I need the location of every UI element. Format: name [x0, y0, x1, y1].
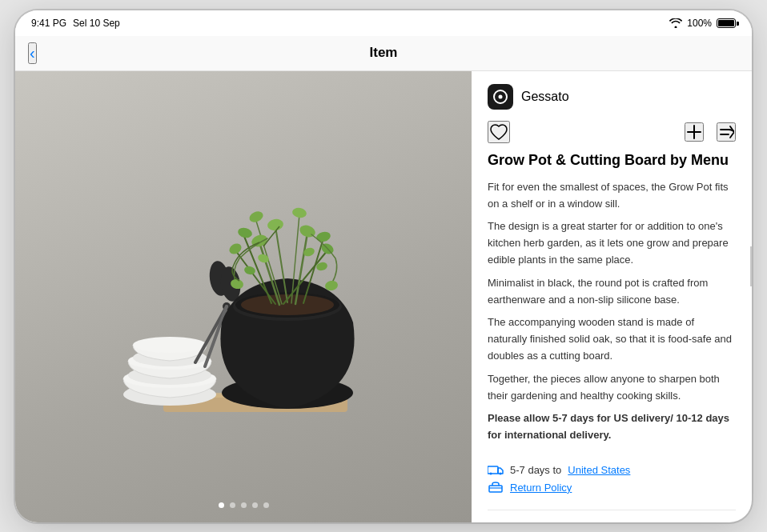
svg-rect-48	[489, 486, 502, 492]
date-display: Sel 10 Sep	[73, 18, 120, 29]
svg-point-28	[267, 218, 284, 231]
share-button[interactable]	[717, 122, 736, 142]
plus-icon	[686, 124, 702, 140]
battery-icon	[717, 18, 736, 28]
battery-label: 100%	[687, 18, 712, 29]
share-icon	[718, 124, 734, 140]
brand-logo	[488, 84, 513, 110]
svg-rect-45	[488, 466, 498, 474]
delivery-note-text: Please allow 5-7 days for US delivery/ 1…	[488, 412, 729, 441]
wifi-icon	[669, 18, 682, 28]
add-icon-button[interactable]	[685, 122, 704, 142]
status-bar: 9:41 PG Sel 10 Sep 100%	[15, 10, 752, 36]
detail-panel: Gessato	[472, 71, 752, 522]
time-display: 9:41 PG	[31, 18, 66, 29]
back-button[interactable]: ‹	[28, 42, 37, 64]
dot-2	[230, 502, 235, 508]
return-icon	[488, 481, 504, 494]
action-row	[488, 121, 736, 143]
delivery-note: Please allow 5-7 days for US delivery/ 1…	[488, 410, 736, 444]
delivery-country-link[interactable]: United States	[568, 464, 630, 476]
pagination-dots	[15, 502, 472, 508]
product-title: Grow Pot & Cutting Board by Menu	[488, 151, 736, 170]
svg-point-42	[499, 94, 503, 98]
gessato-logo-icon	[492, 89, 508, 105]
desc-4: The accompanying wooden stand is made of…	[488, 314, 736, 364]
description-block: Fit for even the smallest of spaces, the…	[488, 179, 736, 444]
svg-point-39	[243, 265, 256, 275]
product-illustration	[51, 146, 436, 498]
favorite-button[interactable]	[488, 121, 510, 143]
image-panel	[15, 71, 472, 522]
truck-icon	[488, 464, 504, 475]
svg-point-7	[133, 337, 207, 353]
main-content: Gessato	[15, 71, 752, 522]
delivery-section: 5-7 days to United States Return Policy	[488, 463, 736, 498]
desc-3: Minimalist in black, the round pot is cr…	[488, 275, 736, 309]
desc-2: The design is a great starter for or add…	[488, 218, 736, 268]
svg-point-37	[257, 252, 271, 263]
return-box-icon	[488, 482, 503, 493]
return-policy-link[interactable]: Return Policy	[510, 482, 572, 494]
svg-point-46	[490, 473, 492, 475]
delivery-row: 5-7 days to United States	[488, 463, 736, 476]
return-policy-row: Return Policy	[488, 481, 736, 494]
dot-3	[241, 502, 247, 508]
desc-1: Fit for even the smallest of spaces, the…	[488, 179, 736, 213]
svg-point-30	[315, 230, 331, 242]
dot-1	[219, 502, 224, 508]
svg-point-31	[291, 206, 307, 218]
product-image	[15, 71, 472, 522]
price-display: $79	[488, 520, 736, 522]
svg-point-47	[500, 473, 502, 475]
desc-5: Together, the pieces allow anyone to sha…	[488, 371, 736, 405]
nav-title: Item	[370, 45, 398, 61]
brand-row: Gessato	[488, 84, 736, 110]
brand-name: Gessato	[521, 90, 569, 104]
heart-icon	[489, 123, 508, 141]
shipping-icon	[488, 463, 504, 476]
side-button	[750, 246, 752, 286]
dot-4	[252, 502, 258, 508]
svg-point-27	[237, 226, 253, 238]
action-right	[685, 122, 736, 142]
bottom-section: $79 Tambah ke Pedati Apple Pay	[488, 510, 736, 522]
dot-5	[263, 502, 269, 508]
nav-bar: ‹ Item	[15, 36, 752, 71]
delivery-days: 5-7 days to	[510, 464, 561, 476]
